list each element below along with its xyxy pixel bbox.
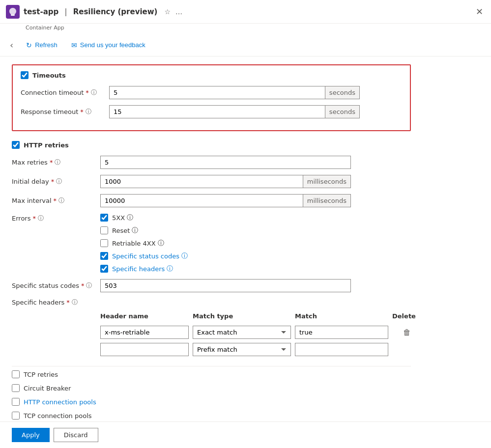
max-interval-suffix: milliseconds — [303, 195, 350, 207]
max-interval-input[interactable] — [101, 195, 303, 207]
error-5xx-label[interactable]: 5XX ⓘ — [112, 213, 133, 222]
error-specific-status-row: Specific status codes ⓘ — [100, 252, 188, 260]
refresh-label: Refresh — [35, 41, 58, 49]
close-button[interactable]: ✕ — [474, 4, 485, 19]
match-input-1[interactable] — [295, 326, 388, 339]
svg-rect-0 — [11, 15, 15, 16]
http-retries-label[interactable]: HTTP retries — [24, 141, 69, 149]
header-name-input-2[interactable] — [100, 343, 189, 356]
error-reset-checkbox[interactable] — [100, 226, 108, 234]
connection-timeout-info-icon[interactable]: ⓘ — [91, 88, 97, 97]
circuit-breaker-checkbox[interactable] — [12, 384, 20, 392]
http-pools-section: HTTP connection pools — [12, 398, 411, 406]
http-retries-section: HTTP retries Max retries * ⓘ Initial del… — [12, 141, 411, 356]
response-timeout-input[interactable] — [110, 106, 325, 118]
circuit-breaker-label[interactable]: Circuit Breaker — [24, 385, 71, 392]
response-timeout-row: Response timeout * ⓘ seconds — [21, 105, 402, 118]
error-5xx-checkbox[interactable] — [100, 214, 108, 222]
tcp-retries-label[interactable]: TCP retries — [24, 371, 58, 378]
error-retriable4xx-checkbox[interactable] — [100, 239, 108, 247]
error-specific-status-label[interactable]: Specific status codes ⓘ — [112, 252, 188, 260]
initial-delay-row: Initial delay * ⓘ milliseconds — [12, 175, 411, 188]
feedback-label: Send us your feedback — [80, 41, 145, 49]
refresh-button[interactable]: ↻ Refresh — [23, 39, 60, 51]
feedback-icon: ✉ — [71, 41, 77, 49]
timeouts-label[interactable]: Timeouts — [32, 72, 66, 79]
header-row-2: Exact match Prefix match Contains Regex … — [100, 343, 411, 356]
initial-delay-suffix: milliseconds — [303, 175, 350, 188]
ssc-info-icon[interactable]: ⓘ — [181, 252, 188, 260]
connection-timeout-suffix: seconds — [325, 86, 359, 99]
specific-status-codes-input[interactable] — [100, 279, 351, 292]
http-retries-checkbox[interactable] — [12, 141, 20, 149]
specific-status-info-icon[interactable]: ⓘ — [86, 281, 92, 290]
initial-delay-input[interactable] — [101, 175, 303, 188]
max-retries-info-icon[interactable]: ⓘ — [55, 158, 60, 167]
circuit-breaker-section: Circuit Breaker — [12, 384, 411, 392]
error-reset-label[interactable]: Reset ⓘ — [112, 226, 138, 235]
retriable4xx-info-icon[interactable]: ⓘ — [158, 239, 164, 248]
match-type-select-1[interactable]: Exact match Prefix match Contains Regex — [193, 326, 291, 339]
5xx-info-icon[interactable]: ⓘ — [127, 213, 133, 222]
col-match-type: Match type — [193, 312, 291, 320]
max-retries-row: Max retries * ⓘ — [12, 156, 411, 169]
required-marker: * — [86, 89, 89, 96]
errors-row: Errors * ⓘ 5XX ⓘ Reset ⓘ — [12, 213, 411, 273]
response-timeout-input-group: seconds — [109, 105, 360, 118]
max-interval-info-icon[interactable]: ⓘ — [58, 196, 64, 205]
specific-status-codes-label: Specific status codes * ⓘ — [12, 281, 100, 290]
tcp-pools-label[interactable]: TCP connection pools — [24, 412, 92, 420]
tcp-retries-checkbox[interactable] — [12, 370, 20, 378]
timeouts-checkbox[interactable] — [21, 71, 29, 79]
error-retriable4xx-row: Retriable 4XX ⓘ — [100, 239, 188, 248]
circuit-breaker-row: Circuit Breaker — [12, 384, 411, 392]
max-interval-row: Max interval * ⓘ milliseconds — [12, 194, 411, 207]
specific-headers-label-row: Specific headers * ⓘ — [12, 298, 411, 307]
title-bar: test-app | Resiliency (preview) ☆ … ✕ — [0, 0, 491, 24]
http-pools-checkbox[interactable] — [12, 398, 20, 406]
connection-timeout-input[interactable] — [110, 86, 325, 99]
reset-info-icon[interactable]: ⓘ — [132, 226, 138, 235]
sh-info-icon[interactable]: ⓘ — [167, 264, 173, 273]
http-pools-label[interactable]: HTTP connection pools — [24, 398, 96, 406]
max-retries-input[interactable] — [100, 156, 351, 169]
http-pools-row: HTTP connection pools — [12, 398, 411, 406]
title-actions: ✕ — [474, 4, 485, 19]
error-specific-status-checkbox[interactable] — [100, 252, 108, 260]
headers-table: Header name Match type Match Delete Exac… — [100, 312, 411, 356]
specific-headers-field-label: Specific headers * ⓘ — [12, 298, 100, 307]
match-type-select-2[interactable]: Exact match Prefix match Contains Regex — [193, 343, 291, 356]
tcp-pools-section: TCP connection pools — [12, 412, 411, 420]
error-specific-headers-label[interactable]: Specific headers ⓘ — [112, 264, 173, 273]
specific-headers-info-icon[interactable]: ⓘ — [72, 298, 78, 307]
main-content: Timeouts Connection timeout * ⓘ seconds … — [0, 56, 423, 448]
tcp-retries-section: TCP retries — [12, 370, 411, 378]
delete-row-1-button[interactable]: 🗑 — [392, 326, 422, 339]
error-specific-headers-row: Specific headers ⓘ — [100, 264, 188, 273]
error-retriable4xx-label[interactable]: Retriable 4XX ⓘ — [112, 239, 164, 248]
footer: Apply Discard — [0, 421, 491, 448]
error-specific-headers-checkbox[interactable] — [100, 265, 108, 273]
connection-timeout-input-group: seconds — [109, 86, 360, 99]
errors-label: Errors * ⓘ — [12, 213, 100, 223]
feedback-button[interactable]: ✉ Send us your feedback — [68, 39, 148, 51]
tcp-pools-checkbox[interactable] — [12, 412, 20, 420]
apply-button[interactable]: Apply — [12, 428, 50, 442]
nav-back-arrow[interactable]: ‹ — [8, 38, 15, 52]
app-logo — [8, 7, 18, 17]
header-row-1: Exact match Prefix match Contains Regex … — [100, 326, 411, 339]
response-timeout-label: Response timeout * ⓘ — [21, 108, 109, 116]
initial-delay-info-icon[interactable]: ⓘ — [56, 177, 62, 186]
response-timeout-info-icon[interactable]: ⓘ — [86, 108, 91, 116]
match-input-2[interactable] — [295, 343, 388, 356]
header-name-input-1[interactable] — [100, 326, 189, 339]
errors-container: 5XX ⓘ Reset ⓘ Retriable 4XX ⓘ — [100, 213, 188, 273]
http-retries-header: HTTP retries — [12, 141, 411, 149]
connection-timeout-label: Connection timeout * ⓘ — [21, 88, 109, 97]
errors-info-icon[interactable]: ⓘ — [38, 214, 44, 223]
discard-button[interactable]: Discard — [54, 428, 98, 442]
max-interval-label: Max interval * ⓘ — [12, 196, 100, 205]
max-retries-label: Max retries * ⓘ — [12, 158, 100, 167]
more-icon[interactable]: … — [175, 8, 182, 16]
star-icon[interactable]: ☆ — [164, 8, 171, 16]
